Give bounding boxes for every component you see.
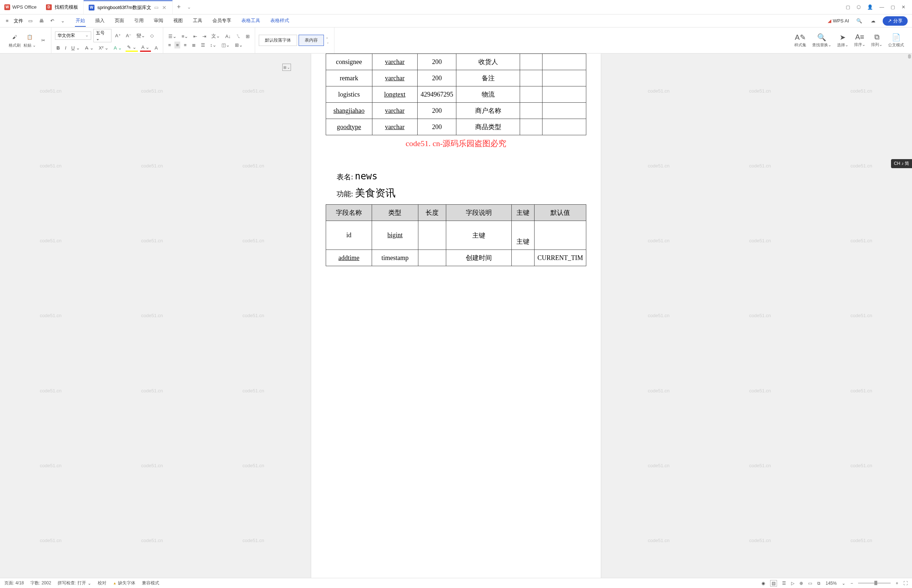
sort-button[interactable]: A≡排序⌄ [851, 31, 868, 49]
wps-ai-button[interactable]: ◢WPS AI [828, 18, 849, 24]
select-button[interactable]: ➤选择⌄ [834, 31, 851, 49]
borders-icon[interactable]: ⊞⌄ [233, 42, 244, 48]
font-color-icon[interactable]: A ⌄ [140, 44, 151, 52]
font-size-select[interactable]: 五号 ⌄ [93, 29, 112, 42]
ime-badge[interactable]: CH ♪ 简 [891, 159, 912, 168]
font-grow-icon[interactable]: A⁺ [113, 32, 122, 39]
close-window-icon[interactable]: ✕ [902, 4, 906, 10]
justify-icon[interactable]: ≣ [190, 42, 197, 48]
menu-tab-tools[interactable]: 工具 [192, 15, 203, 27]
cut-icon[interactable]: ✂ [39, 36, 47, 45]
find-replace-button[interactable]: 🔍查找替换⌄ [809, 31, 834, 49]
close-icon[interactable]: ✕ [161, 4, 167, 11]
underline-button[interactable]: U ⌄ [70, 44, 81, 51]
align-left-icon[interactable]: ≡ [167, 42, 173, 48]
menu-tab-member[interactable]: 会员专享 [212, 15, 232, 27]
view-outline-icon[interactable]: ☰ [782, 581, 786, 586]
play-icon[interactable]: ▷ [791, 581, 794, 586]
tab-templates[interactable]: D 找稻壳模板 [41, 0, 84, 14]
italic-button[interactable]: I [63, 44, 68, 51]
indent-dec-icon[interactable]: ⇤ [192, 33, 199, 40]
section-icon[interactable]: ㄟ [235, 32, 242, 40]
zoom-out-icon[interactable]: − [850, 581, 853, 586]
open-icon[interactable]: ▭ [27, 17, 34, 25]
minimize-icon[interactable]: — [880, 4, 884, 10]
bullets-icon[interactable]: ☰⌄ [167, 33, 178, 40]
bold-button[interactable]: B [55, 44, 61, 51]
tabs-icon[interactable]: ⊞ [244, 33, 251, 40]
text-direction-icon[interactable]: 文⌄ [210, 32, 222, 40]
document-area[interactable]: code51.cncode51.cncode51.cncode51.cncode… [0, 53, 912, 578]
layout-icon[interactable]: ⧉ [817, 581, 820, 586]
menu-tab-start[interactable]: 开始 [75, 15, 86, 27]
menu-tab-review[interactable]: 审阅 [153, 15, 164, 27]
text-effect-icon[interactable]: A ⌄ [112, 44, 123, 51]
sort-icon[interactable]: A↓ [224, 33, 232, 40]
new-tab-button[interactable]: + [173, 3, 185, 11]
window-icon[interactable]: ▭ [808, 581, 812, 586]
indent-inc-icon[interactable]: ⇥ [201, 33, 208, 40]
scrollbar-thumb[interactable] [908, 54, 911, 58]
globe-icon[interactable]: ⊕ [799, 581, 803, 586]
phonetic-icon[interactable]: 變⌄ [135, 32, 147, 40]
strike-button[interactable]: A̶ ⌄ [84, 44, 95, 51]
maximize-icon[interactable]: ▢ [891, 4, 895, 10]
menu-tab-view[interactable]: 视图 [173, 15, 183, 27]
undo-icon[interactable]: ↶ [49, 17, 56, 25]
menu-icon[interactable]: ≡ [4, 17, 10, 25]
table-handle-icon[interactable]: ⊞ ⌄ [282, 64, 291, 71]
align-right-icon[interactable]: ≡ [182, 42, 188, 48]
menu-tab-ref[interactable]: 引用 [134, 15, 144, 27]
menu-tab-table-tools[interactable]: 表格工具 [241, 15, 261, 27]
menu-tab-insert[interactable]: 插入 [94, 15, 105, 27]
highlight-icon[interactable]: ✎ ⌄ [126, 44, 138, 52]
tab-document[interactable]: W springboot63f7m数据库文 ▭ ✕ [84, 0, 173, 14]
status-font-missing[interactable]: ▲ 缺失字体 [113, 580, 135, 586]
status-spell[interactable]: 拼写检查: 打开 ⌄ [58, 580, 91, 586]
paste-icon[interactable]: 📋 [25, 32, 34, 41]
align-center-icon[interactable]: ≡ [175, 42, 180, 48]
share-button[interactable]: ↗ 分享 [883, 16, 908, 26]
menu-tab-page[interactable]: 页面 [114, 15, 125, 27]
zoom-level[interactable]: 145% [826, 581, 837, 586]
style-set-button[interactable]: A✎样式集 [792, 31, 809, 49]
menu-tab-table-style[interactable]: 表格样式 [270, 15, 290, 27]
format-brush-icon[interactable]: 🖌 [10, 32, 19, 41]
numbering-icon[interactable]: ≡⌄ [180, 33, 190, 40]
search-icon[interactable]: 🔍 [855, 17, 863, 25]
style-content[interactable]: 表内容 [298, 35, 324, 46]
fullscreen-icon[interactable]: ⛶ [903, 581, 908, 586]
shading-para-icon[interactable]: ◫⌄ [220, 42, 231, 48]
distribute-icon[interactable]: ☰ [199, 42, 207, 48]
package-icon[interactable]: ⬡ [857, 4, 860, 10]
app-window-icon[interactable]: ▢ [846, 4, 850, 10]
status-page[interactable]: 页面: 4/18 [4, 580, 24, 586]
print-icon[interactable]: 🖶 [38, 17, 45, 25]
style-arrows-icon[interactable]: ^⌄ [326, 37, 330, 44]
official-mode-button[interactable]: 📄公文模式 [885, 31, 907, 49]
font-shrink-icon[interactable]: A⁻ [125, 32, 133, 39]
style-default[interactable]: 默认段落字体 [259, 35, 297, 46]
tab-menu-dropdown[interactable]: ⌄ [185, 4, 193, 10]
file-menu[interactable]: 文件 [14, 18, 23, 24]
redo-icon[interactable]: ⌄ [59, 17, 66, 25]
font-name-select[interactable]: 华文仿宋 ⌄ [55, 31, 91, 40]
paste-label[interactable]: 粘贴 ⌄ [24, 43, 36, 48]
status-compat[interactable]: 兼容模式 [142, 580, 159, 586]
avatar-icon[interactable]: 👤 [867, 4, 873, 10]
clear-format-icon[interactable]: ◇ [149, 32, 155, 39]
line-spacing-icon[interactable]: ↕⌄ [209, 42, 218, 48]
zoom-in-icon[interactable]: + [896, 581, 898, 586]
tab-menu-icon[interactable]: ▭ [154, 5, 159, 10]
cloud-sync-icon[interactable]: ☁ [869, 17, 877, 25]
vertical-scrollbar[interactable] [907, 53, 912, 578]
align-button[interactable]: ⧉排列⌄ [868, 31, 885, 49]
status-proof[interactable]: 校对 [98, 580, 106, 586]
zoom-slider[interactable] [858, 583, 891, 584]
superscript-button[interactable]: X² ⌄ [97, 44, 110, 51]
eye-icon[interactable]: ◉ [761, 581, 765, 586]
view-page-icon[interactable]: ▤ [770, 580, 777, 586]
zoom-dropdown-icon[interactable]: ⌄ [842, 581, 846, 586]
status-words[interactable]: 字数: 2002 [31, 580, 51, 586]
shading-icon[interactable]: A [153, 44, 159, 51]
